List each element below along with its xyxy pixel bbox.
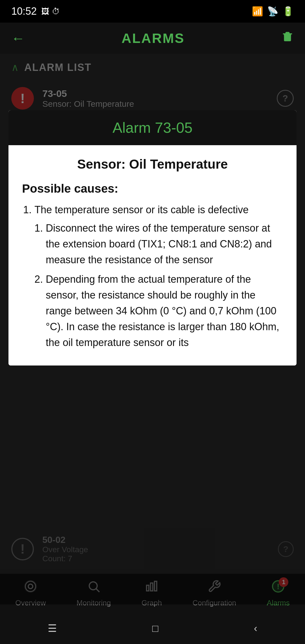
modal-subtitle: Sensor: Oil Temperature bbox=[22, 156, 283, 172]
app-title: ALARMS bbox=[121, 31, 184, 46]
modal-body: Sensor: Oil Temperature Possible causes:… bbox=[8, 145, 297, 365]
cause-1: The temperature sensor or its cable is d… bbox=[34, 202, 283, 350]
status-bar: 10:52 🖼 ⏱ 📶 📡 🔋 bbox=[0, 0, 305, 23]
system-nav: ☰ □ ‹ bbox=[0, 613, 305, 644]
back-button[interactable]: ← bbox=[11, 31, 25, 46]
modal-header: Alarm 73-05 bbox=[8, 110, 297, 145]
status-time: 10:52 bbox=[11, 5, 37, 17]
recent-apps-button[interactable]: ☰ bbox=[48, 623, 57, 634]
alarm-modal: Alarm 73-05 Sensor: Oil Temperature Poss… bbox=[8, 110, 297, 365]
back-nav-button[interactable]: ‹ bbox=[254, 623, 257, 634]
photo-icon: 🖼 bbox=[41, 7, 49, 16]
battery-icon: 🔋 bbox=[282, 6, 294, 17]
app-bar: ← ALARMS bbox=[0, 23, 305, 54]
cause-1-sub-1: Disconnect the wires of the temperature … bbox=[46, 220, 283, 267]
modal-header-title: Alarm 73-05 bbox=[112, 119, 192, 136]
clock-icon: ⏱ bbox=[52, 7, 60, 16]
home-button[interactable]: □ bbox=[152, 623, 158, 634]
wifi-icon: 📶 bbox=[252, 6, 263, 17]
trash-button[interactable] bbox=[281, 31, 294, 46]
main-content: ∧ ALARM LIST ! 73-05 Sensor: Oil Tempera… bbox=[0, 54, 305, 604]
possible-causes-label: Possible causes: bbox=[22, 182, 283, 195]
signal-icon: 📡 bbox=[267, 6, 278, 17]
cause-1-sub-2: Depending from the actual temperature of… bbox=[46, 271, 283, 350]
